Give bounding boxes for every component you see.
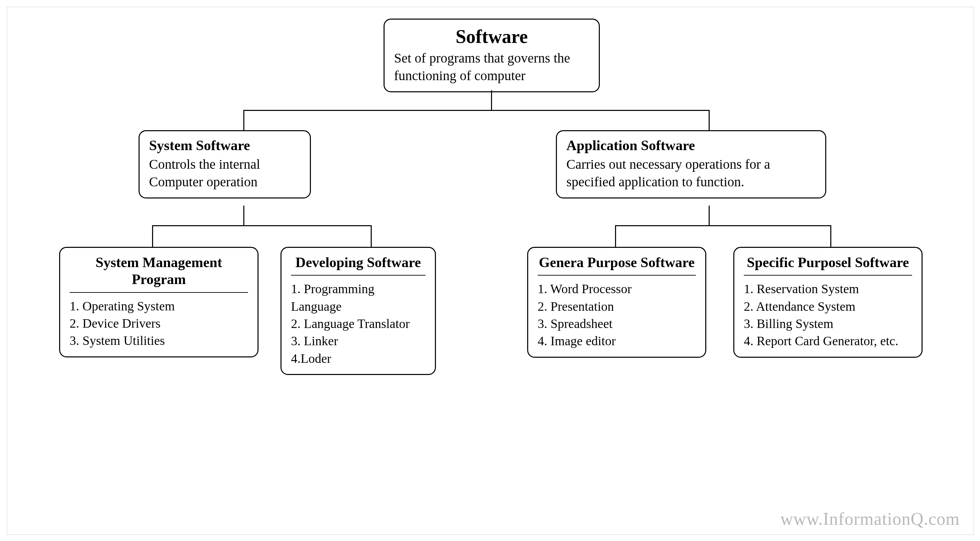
- list-item: 3. Spreadsheet: [538, 315, 696, 332]
- watermark-text: www.InformationQ.com: [780, 509, 960, 529]
- node-gen-purpose-title: Genera Purpose Software: [538, 254, 696, 271]
- list-item: 2. Device Drivers: [70, 315, 248, 332]
- list-item: 1. Programming Language: [291, 280, 425, 315]
- list-item: 2. Presentation: [538, 298, 696, 315]
- list-item: 4. Report Card Generator, etc.: [744, 332, 912, 349]
- node-gen-purpose-items: 1. Word Processor 2. Presentation 3. Spr…: [538, 280, 696, 349]
- node-system-management-program: System Management Program 1. Operating S…: [59, 247, 259, 357]
- node-general-purpose-software: Genera Purpose Software 1. Word Processo…: [527, 247, 706, 358]
- node-sys-mgmt-items: 1. Operating System 2. Device Drivers 3.…: [70, 298, 248, 349]
- list-item: 4. Image editor: [538, 332, 696, 349]
- node-dev-sw-items: 1. Programming Language 2. Language Tran…: [291, 280, 425, 367]
- node-software: Software Set of programs that governs th…: [383, 19, 600, 92]
- list-item: 3. Linker: [291, 332, 425, 349]
- list-item: 4.Loder: [291, 350, 425, 367]
- node-spec-purpose-items: 1. Reservation System 2. Attendance Syst…: [744, 280, 912, 349]
- list-item: 3. Billing System: [744, 315, 912, 332]
- node-sys-mgmt-title: System Management Program: [70, 254, 248, 288]
- node-software-desc: Set of programs that governs the functio…: [394, 49, 589, 85]
- list-item: 3. System Utilities: [70, 332, 248, 349]
- list-item: 2. Attendance System: [744, 298, 912, 315]
- node-system-software-desc: Controls the internal Computer operation: [149, 156, 301, 191]
- node-system-software: System Software Controls the internal Co…: [138, 130, 311, 198]
- list-item: 2. Language Translator: [291, 315, 425, 332]
- list-item: 1. Operating System: [70, 298, 248, 315]
- node-application-software-desc: Carries out necessary operations for a s…: [566, 156, 816, 191]
- node-system-software-title: System Software: [149, 137, 301, 153]
- node-software-title: Software: [394, 26, 589, 47]
- node-dev-sw-title: Developing Software: [291, 254, 425, 271]
- node-application-software: Application Software Carries out necessa…: [556, 130, 826, 198]
- list-item: 1. Reservation System: [744, 280, 912, 298]
- node-developing-software: Developing Software 1. Programming Langu…: [280, 247, 436, 375]
- list-item: 1. Word Processor: [538, 280, 696, 298]
- node-spec-purpose-title: Specific Purposel Software: [744, 254, 912, 271]
- node-specific-purpose-software: Specific Purposel Software 1. Reservatio…: [733, 247, 923, 358]
- node-application-software-title: Application Software: [566, 137, 816, 153]
